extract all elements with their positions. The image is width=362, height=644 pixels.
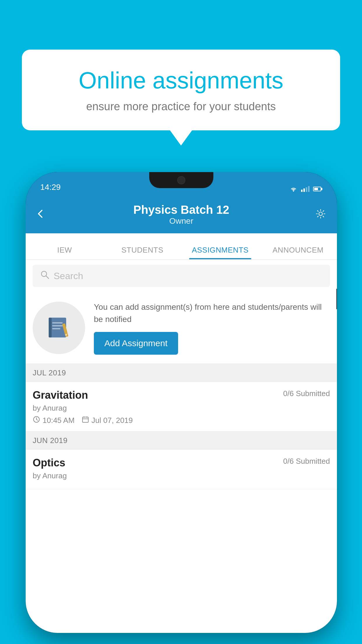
date-item: Jul 07, 2019 bbox=[82, 416, 133, 425]
assignment-icon-circle bbox=[33, 302, 85, 354]
phone-content: Search bbox=[26, 260, 337, 633]
header-title: Physics Batch 12 bbox=[133, 203, 229, 216]
tab-iew[interactable]: IEW bbox=[26, 246, 103, 259]
info-description: You can add assignment(s) from here and … bbox=[94, 301, 330, 326]
assignment-author-gravitation: by Anurag bbox=[33, 404, 330, 413]
svg-rect-7 bbox=[52, 325, 63, 326]
svg-rect-8 bbox=[52, 328, 60, 329]
signal-icon bbox=[301, 186, 310, 192]
phone-side-button bbox=[336, 289, 337, 309]
svg-rect-5 bbox=[49, 318, 52, 337]
svg-point-1 bbox=[319, 212, 322, 216]
assignment-row-optics[interactable]: Optics 0/6 Submitted by Anurag bbox=[26, 450, 337, 489]
calendar-icon bbox=[82, 416, 89, 425]
assignment-row-top: Gravitation 0/6 Submitted bbox=[33, 389, 330, 401]
assignment-date: Jul 07, 2019 bbox=[92, 416, 133, 425]
phone-notch bbox=[149, 172, 213, 188]
tabs-bar: IEW STUDENTS ASSIGNMENTS ANNOUNCEM bbox=[26, 233, 337, 260]
svg-rect-6 bbox=[52, 322, 63, 323]
assignment-row-optics-top: Optics 0/6 Submitted bbox=[33, 457, 330, 469]
header-subtitle: Owner bbox=[133, 216, 229, 226]
info-text-group: You can add assignment(s) from here and … bbox=[94, 301, 330, 355]
phone-frame: 14:29 bbox=[26, 172, 337, 633]
bubble-title: Online assignments bbox=[42, 67, 320, 94]
assignment-time: 10:45 AM bbox=[43, 416, 75, 425]
clock-icon bbox=[33, 416, 40, 425]
speech-bubble: Online assignments ensure more practice … bbox=[22, 50, 340, 130]
search-placeholder: Search bbox=[54, 271, 83, 281]
notebook-icon bbox=[46, 315, 72, 341]
header-title-group: Physics Batch 12 Owner bbox=[133, 203, 229, 226]
search-container: Search bbox=[26, 260, 337, 292]
status-time: 14:29 bbox=[40, 183, 61, 192]
settings-button[interactable] bbox=[314, 207, 327, 221]
section-jul-2019: JUL 2019 bbox=[26, 364, 337, 382]
assignment-author-optics: by Anurag bbox=[33, 471, 330, 480]
bubble-subtitle: ensure more practice for your students bbox=[42, 100, 320, 113]
info-card: You can add assignment(s) from here and … bbox=[26, 292, 337, 364]
tab-assignments[interactable]: ASSIGNMENTS bbox=[181, 246, 259, 259]
svg-line-3 bbox=[46, 276, 49, 279]
speech-bubble-wrapper: Online assignments ensure more practice … bbox=[22, 50, 340, 130]
status-icons bbox=[289, 186, 322, 192]
tab-students[interactable]: STUDENTS bbox=[103, 246, 181, 259]
assignment-name-gravitation: Gravitation bbox=[33, 389, 88, 401]
page-background: Online assignments ensure more practice … bbox=[0, 0, 362, 644]
time-item: 10:45 AM bbox=[33, 416, 75, 425]
tab-announcements[interactable]: ANNOUNCEM bbox=[259, 246, 337, 259]
svg-point-0 bbox=[293, 190, 294, 192]
assignment-submitted-optics: 0/6 Submitted bbox=[283, 457, 330, 466]
add-assignment-button[interactable]: Add Assignment bbox=[94, 332, 178, 355]
assignment-row-gravitation[interactable]: Gravitation 0/6 Submitted by Anurag 10:4… bbox=[26, 382, 337, 431]
app-header: Physics Batch 12 Owner bbox=[26, 195, 337, 233]
assignment-time-date-gravitation: 10:45 AM Jul 07, 2019 bbox=[33, 416, 330, 425]
wifi-icon bbox=[289, 186, 298, 192]
search-bar[interactable]: Search bbox=[33, 265, 330, 287]
battery-icon bbox=[313, 187, 322, 191]
search-icon bbox=[40, 270, 50, 282]
back-button[interactable] bbox=[36, 207, 45, 221]
section-jun-2019: JUN 2019 bbox=[26, 431, 337, 450]
phone-camera bbox=[177, 176, 185, 184]
svg-rect-13 bbox=[82, 417, 88, 422]
assignment-submitted-gravitation: 0/6 Submitted bbox=[283, 389, 330, 398]
assignment-name-optics: Optics bbox=[33, 457, 65, 469]
